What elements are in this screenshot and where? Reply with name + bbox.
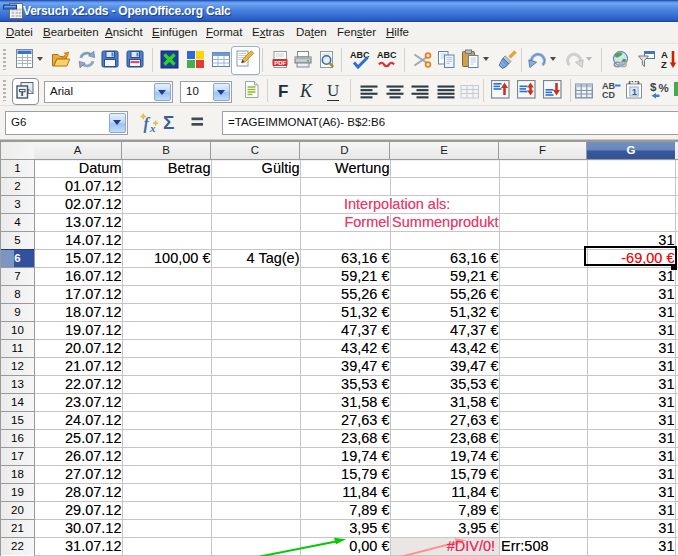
svg-text:x: x: [149, 122, 156, 134]
svg-text:Z: Z: [661, 59, 667, 69]
svg-text:1: 1: [632, 86, 638, 97]
svg-text:CD: CD: [602, 90, 615, 99]
svg-text:$: $: [650, 81, 657, 93]
svg-text:PDF: PDF: [274, 60, 286, 66]
svg-text:ABC: ABC: [377, 50, 397, 60]
svg-text:%: %: [659, 82, 669, 94]
